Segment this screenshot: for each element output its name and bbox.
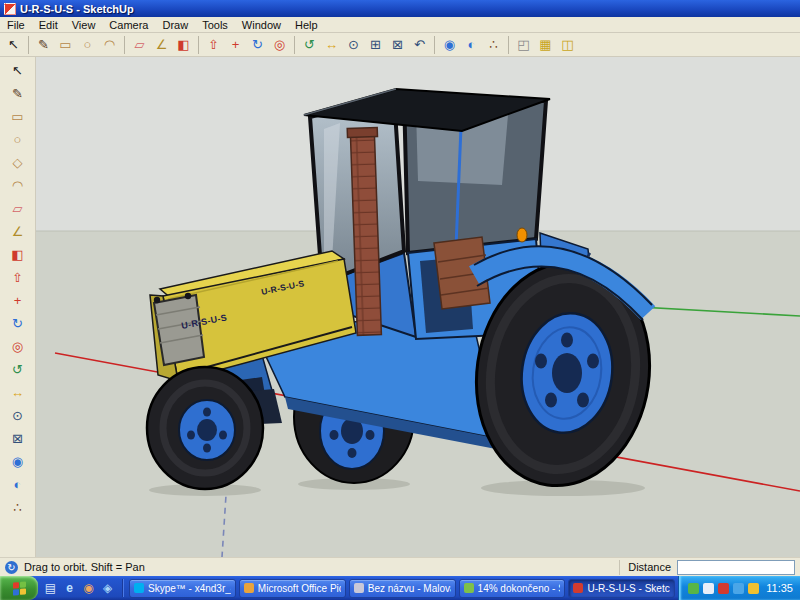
- sketchup-window: U-R-S-U-S - SketchUp FileEditViewCameraD…: [0, 0, 800, 600]
- quick-launch: ▤e◉◈: [38, 580, 120, 597]
- taskbar-tasks: Skype™ - x4nd3r_4ewerMicrosoft Office Pi…: [126, 579, 678, 598]
- orbit-tool-icon[interactable]: ↺: [299, 34, 320, 55]
- zoom-previous-tool-icon[interactable]: ↶: [409, 34, 430, 55]
- tape-measure-tool-icon[interactable]: ∠: [151, 34, 172, 55]
- shadows-tool-icon[interactable]: ▦: [535, 34, 556, 55]
- menu-item-view[interactable]: View: [65, 18, 103, 32]
- circle-tool-icon[interactable]: ○: [77, 34, 98, 55]
- zoom-extents-tool-icon[interactable]: ⊠: [387, 34, 408, 55]
- start-button[interactable]: [0, 576, 38, 600]
- tape-measure-tool-icon[interactable]: ∠: [6, 221, 30, 242]
- toolbar-left: ↖✎▭○◇◠▱∠◧⇧+↻◎↺↔⊙⊠◉◐∴: [0, 57, 36, 557]
- measurement-input[interactable]: [677, 560, 795, 575]
- look-around-tool-icon[interactable]: ◐: [6, 474, 30, 495]
- zoom-extents-tool-icon[interactable]: ⊠: [6, 428, 30, 449]
- toolbar-separator: [28, 36, 29, 54]
- pan-tool-icon[interactable]: ↔: [321, 34, 342, 55]
- task-window-title: Microsoft Office Pictur...: [258, 583, 341, 594]
- grille: [154, 295, 204, 365]
- show-desktop-icon[interactable]: ▤: [42, 580, 59, 597]
- task-window-title: 14% dokončeno - Sky...: [478, 583, 561, 594]
- zoom-tool-icon[interactable]: ⊙: [6, 405, 30, 426]
- task-window-icon: [244, 583, 254, 593]
- taskbar-button[interactable]: Microsoft Office Pictur...: [239, 579, 346, 598]
- select-tool-icon[interactable]: ↖: [3, 34, 24, 55]
- menu-item-camera[interactable]: Camera: [102, 18, 155, 32]
- taskbar-clock: 11:35: [766, 582, 793, 594]
- paint-bucket-tool-icon[interactable]: ◧: [6, 244, 30, 265]
- eraser-tool-icon[interactable]: ▱: [6, 198, 30, 219]
- push-pull-tool-icon[interactable]: ⇧: [203, 34, 224, 55]
- viewport-canvas[interactable]: U-R-S-U-S U-R-S-U-S: [36, 57, 800, 557]
- standard-views-tool-icon[interactable]: ◰: [513, 34, 534, 55]
- menu-item-window[interactable]: Window: [235, 18, 288, 32]
- polygon-tool-icon[interactable]: ◇: [6, 152, 30, 173]
- tray-icon-4[interactable]: [733, 583, 744, 594]
- taskbar-button[interactable]: Skype™ - x4nd3r_4ewer: [129, 579, 236, 598]
- line-tool-icon[interactable]: ✎: [6, 83, 30, 104]
- work-area: ↖✎▭○◇◠▱∠◧⇧+↻◎↺↔⊙⊠◉◐∴: [0, 57, 800, 557]
- arc-tool-icon[interactable]: ◠: [99, 34, 120, 55]
- select-tool-icon[interactable]: ↖: [6, 60, 30, 81]
- toolbar-separator: [508, 36, 509, 54]
- headlight-right: [185, 293, 191, 299]
- menu-bar: FileEditViewCameraDrawToolsWindowHelp: [0, 17, 800, 33]
- pan-tool-icon[interactable]: ↔: [6, 382, 30, 403]
- toolbar-separator: [434, 36, 435, 54]
- tray-icon-3[interactable]: [718, 583, 729, 594]
- push-pull-tool-icon[interactable]: ⇧: [6, 267, 30, 288]
- measurement-toolbar: Distance: [619, 560, 795, 575]
- walk-tool-icon[interactable]: ∴: [6, 497, 30, 518]
- menu-item-draw[interactable]: Draw: [155, 18, 195, 32]
- toolbar-top: ↖✎▭○◠▱∠◧⇧+↻◎↺↔⊙⊞⊠↶◉◐∴◰▦◫: [0, 33, 800, 57]
- menu-item-file[interactable]: File: [0, 18, 32, 32]
- menu-item-help[interactable]: Help: [288, 18, 325, 32]
- tray-icon-1[interactable]: [688, 583, 699, 594]
- orbit-tool-icon[interactable]: ↺: [6, 359, 30, 380]
- walk-tool-icon[interactable]: ∴: [483, 34, 504, 55]
- position-camera-tool-icon[interactable]: ◉: [439, 34, 460, 55]
- front-wheel[interactable]: [147, 367, 263, 489]
- measurement-label: Distance: [628, 561, 671, 573]
- position-camera-tool-icon[interactable]: ◉: [6, 451, 30, 472]
- line-tool-icon[interactable]: ✎: [33, 34, 54, 55]
- menu-item-edit[interactable]: Edit: [32, 18, 65, 32]
- orbit-status-icon: ↻: [5, 561, 18, 574]
- move-tool-icon[interactable]: +: [225, 34, 246, 55]
- zoom-window-tool-icon[interactable]: ⊞: [365, 34, 386, 55]
- section-plane-tool-icon[interactable]: ◫: [557, 34, 578, 55]
- circle-tool-icon[interactable]: ○: [6, 129, 30, 150]
- internet-explorer-icon[interactable]: e: [61, 580, 78, 597]
- rotate-tool-icon[interactable]: ↻: [6, 313, 30, 334]
- task-window-icon: [464, 583, 474, 593]
- taskbar-button[interactable]: U-R-S-U-S - SketchUp: [568, 579, 675, 598]
- taskbar-button[interactable]: 14% dokončeno - Sky...: [459, 579, 566, 598]
- arc-tool-icon[interactable]: ◠: [6, 175, 30, 196]
- rectangle-tool-icon[interactable]: ▭: [55, 34, 76, 55]
- task-window-icon: [134, 583, 144, 593]
- taskbar-divider: [122, 579, 124, 597]
- offset-tool-icon[interactable]: ◎: [269, 34, 290, 55]
- rectangle-tool-icon[interactable]: ▭: [6, 106, 30, 127]
- eraser-tool-icon[interactable]: ▱: [129, 34, 150, 55]
- move-tool-icon[interactable]: +: [6, 290, 30, 311]
- quick-launch-extra-icon[interactable]: ◈: [99, 580, 116, 597]
- toolbar-separator: [124, 36, 125, 54]
- taskbar: ▤e◉◈ Skype™ - x4nd3r_4ewerMicrosoft Offi…: [0, 576, 800, 600]
- tray-icon-2[interactable]: [703, 583, 714, 594]
- media-player-icon[interactable]: ◉: [80, 580, 97, 597]
- title-bar[interactable]: U-R-S-U-S - SketchUp: [0, 0, 800, 17]
- taskbar-button[interactable]: Bez názvu - Malování: [349, 579, 456, 598]
- offset-tool-icon[interactable]: ◎: [6, 336, 30, 357]
- status-hint: Drag to orbit. Shift = Pan: [24, 561, 145, 573]
- headlight-left: [154, 297, 160, 303]
- windows-logo-icon: [13, 581, 26, 595]
- rotate-tool-icon[interactable]: ↻: [247, 34, 268, 55]
- task-window-title: Bez názvu - Malování: [368, 583, 451, 594]
- zoom-tool-icon[interactable]: ⊙: [343, 34, 364, 55]
- look-around-tool-icon[interactable]: ◐: [461, 34, 482, 55]
- viewport[interactable]: U-R-S-U-S U-R-S-U-S: [36, 57, 800, 557]
- paint-bucket-tool-icon[interactable]: ◧: [173, 34, 194, 55]
- menu-item-tools[interactable]: Tools: [195, 18, 235, 32]
- tray-icon-5[interactable]: [748, 583, 759, 594]
